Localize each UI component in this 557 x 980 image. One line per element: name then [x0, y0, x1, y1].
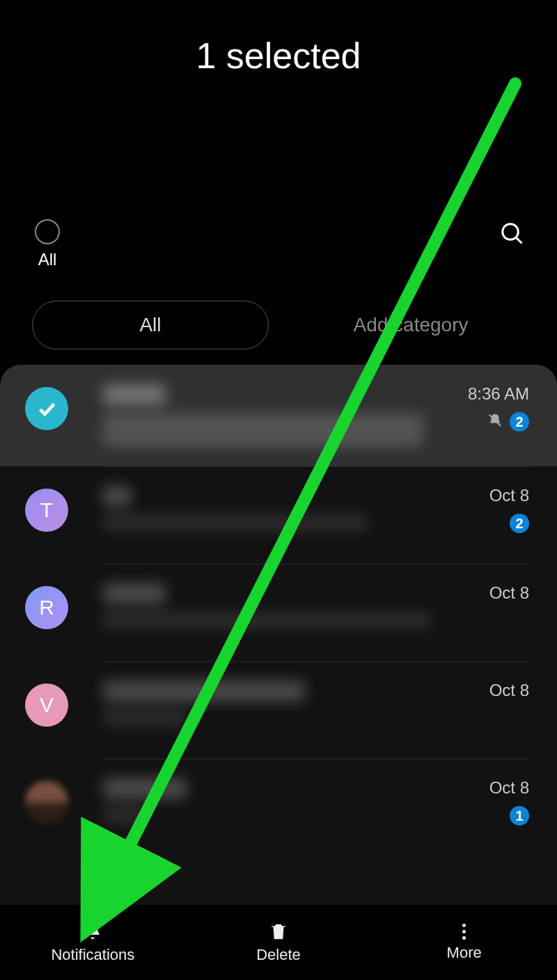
- contact-name-redacted: [103, 583, 166, 604]
- select-all-toggle[interactable]: All: [35, 219, 60, 269]
- conversation-row[interactable]: TOct 82: [0, 466, 557, 564]
- contact-name-redacted: [103, 486, 131, 507]
- conversation-preview: [68, 778, 489, 823]
- bell-icon: [82, 921, 103, 942]
- conversation-row[interactable]: Oct 81: [0, 759, 557, 856]
- contact-avatar: [25, 781, 68, 824]
- delete-action[interactable]: Delete: [186, 905, 372, 980]
- selected-check-icon: [25, 387, 68, 430]
- more-label: More: [447, 944, 482, 962]
- add-category-button[interactable]: Add category: [297, 314, 525, 336]
- conversation-time: Oct 8: [489, 778, 529, 798]
- select-all-circle-icon: [35, 219, 60, 244]
- conversation-preview: [68, 681, 489, 725]
- select-all-label: All: [35, 250, 60, 269]
- conversation-time: Oct 8: [489, 486, 529, 505]
- delete-label: Delete: [256, 946, 301, 964]
- conversation-meta: 8:36 AM2: [468, 384, 529, 432]
- contact-name-redacted: [103, 681, 305, 702]
- unread-badge: 1: [510, 806, 529, 825]
- conversation-time: Oct 8: [489, 681, 529, 700]
- conversation-preview: [68, 583, 489, 628]
- contact-name-redacted: [103, 384, 166, 405]
- conversation-meta: Oct 82: [489, 486, 529, 533]
- message-preview-redacted: [103, 612, 430, 628]
- trash-icon: [268, 921, 289, 942]
- search-button[interactable]: [500, 221, 525, 249]
- conversation-meta: Oct 8: [489, 681, 529, 700]
- contact-name-redacted: [103, 778, 187, 799]
- svg-rect-3: [277, 930, 278, 937]
- conversation-meta: Oct 81: [489, 778, 529, 825]
- message-preview-redacted: [103, 710, 187, 725]
- selection-title: 1 selected: [0, 35, 557, 77]
- notifications-label: Notifications: [51, 946, 134, 964]
- unread-badge: 2: [510, 412, 529, 432]
- notifications-action[interactable]: Notifications: [0, 905, 186, 980]
- contact-avatar: V: [25, 683, 68, 727]
- muted-bell-icon: [487, 413, 503, 431]
- conversation-time: 8:36 AM: [468, 384, 529, 404]
- conversation-time: Oct 8: [489, 583, 529, 603]
- conversation-meta: Oct 8: [489, 583, 529, 603]
- contact-avatar: T: [25, 489, 68, 532]
- conversation-row[interactable]: VOct 8: [0, 661, 557, 759]
- conversation-list[interactable]: 8:36 AM2TOct 82ROct 8VOct 8Oct 81: [0, 365, 557, 905]
- contact-avatar: R: [25, 586, 68, 629]
- conversation-row[interactable]: 8:36 AM2: [0, 365, 557, 466]
- message-preview-redacted: [103, 515, 368, 530]
- conversation-preview: [68, 486, 489, 530]
- message-preview-redacted: [103, 807, 145, 823]
- conversation-row[interactable]: ROct 8: [0, 564, 557, 661]
- filter-all-pill[interactable]: All: [32, 301, 269, 349]
- svg-line-1: [516, 237, 521, 243]
- unread-badge: 2: [510, 514, 529, 533]
- category-filter-row: All Add category: [32, 301, 525, 349]
- conversation-preview: [68, 384, 468, 447]
- message-preview-redacted: [103, 413, 423, 447]
- svg-rect-4: [279, 930, 281, 937]
- svg-point-0: [503, 224, 519, 240]
- bottom-action-bar: Notifications Delete More: [0, 905, 557, 980]
- search-icon: [500, 221, 525, 246]
- more-dots-icon: [462, 924, 466, 940]
- more-action[interactable]: More: [371, 905, 557, 980]
